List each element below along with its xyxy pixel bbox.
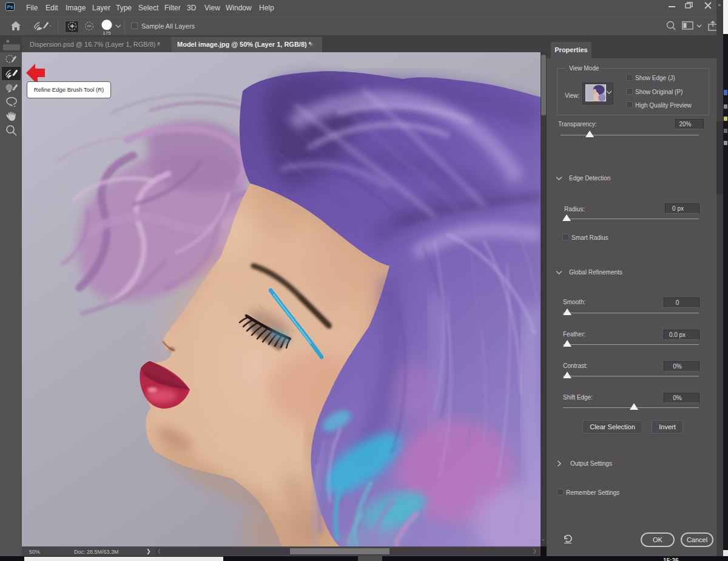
svg-text:Ps: Ps xyxy=(7,4,13,10)
